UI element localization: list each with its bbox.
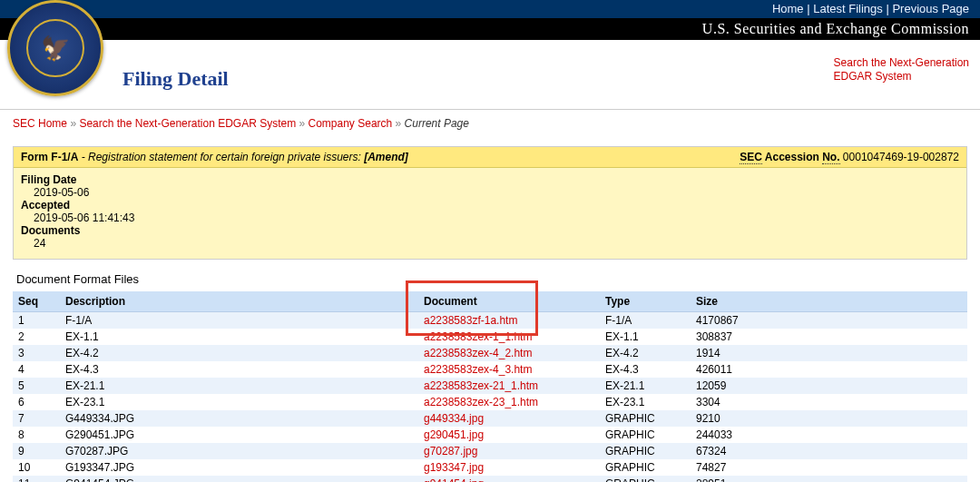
table-row: 3EX-4.2a2238583zex-4_2.htmEX-4.21914 <box>13 345 967 361</box>
cell-description: G193347.JPG <box>60 459 418 476</box>
cell-description: EX-4.3 <box>60 361 418 378</box>
cell-seq: 6 <box>13 394 60 410</box>
col-type: Type <box>600 291 691 312</box>
table-row: 10G193347.JPGg193347.jpgGRAPHIC74827 <box>13 459 967 476</box>
document-link[interactable]: a2238583zex-1_1.htm <box>424 330 532 343</box>
header: 🦅 Filing Detail Search the Next-Generati… <box>0 40 980 110</box>
cell-description: EX-4.2 <box>60 345 418 361</box>
document-link[interactable]: a2238583zex-4_3.htm <box>424 363 532 376</box>
cell-type: GRAPHIC <box>600 443 691 459</box>
crumb-current: Current Page <box>405 117 469 130</box>
sec-seal-icon: 🦅 <box>7 0 103 96</box>
filing-date-label: Filing Date <box>21 173 959 186</box>
nav-latest-filings[interactable]: Latest Filings <box>813 2 883 15</box>
cell-type: EX-21.1 <box>600 378 691 394</box>
cell-document: a2238583zf-1a.htm <box>418 312 600 330</box>
document-link[interactable]: g449334.jpg <box>424 412 484 425</box>
section-title: Document Format Files <box>16 272 967 286</box>
document-link[interactable]: a2238583zex-4_2.htm <box>424 347 532 359</box>
cell-size: 1914 <box>691 345 967 361</box>
cell-document: g70287.jpg <box>418 443 600 459</box>
table-row: 1F-1/Aa2238583zf-1a.htmF-1/A4170867 <box>13 312 967 330</box>
table-row: 6EX-23.1a2238583zex-23_1.htmEX-23.13304 <box>13 394 967 410</box>
filing-info-box: Form F-1/A - Registration statement for … <box>13 146 967 260</box>
cell-size: 28951 <box>691 476 967 482</box>
cell-size: 426011 <box>691 361 967 378</box>
cell-document: a2238583zex-23_1.htm <box>418 394 600 410</box>
breadcrumb: SEC Home » Search the Next-Generation ED… <box>0 110 980 137</box>
table-row: 9G70287.JPGg70287.jpgGRAPHIC67324 <box>13 443 967 459</box>
document-link[interactable]: g941454.jpg <box>424 477 484 482</box>
cell-size: 308837 <box>691 329 967 345</box>
cell-type: EX-1.1 <box>600 329 691 345</box>
cell-size: 4170867 <box>691 312 967 330</box>
cell-seq: 7 <box>13 410 60 427</box>
document-link[interactable]: a2238583zex-23_1.htm <box>424 396 538 408</box>
cell-size: 9210 <box>691 410 967 427</box>
cell-document: g941454.jpg <box>418 476 600 482</box>
crumb-company-search[interactable]: Company Search <box>309 117 393 130</box>
top-nav: Home | Latest Filings | Previous Page <box>0 0 980 18</box>
cell-type: F-1/A <box>600 312 691 330</box>
table-row: 8G290451.JPGg290451.jpgGRAPHIC244033 <box>13 427 967 443</box>
cell-size: 244033 <box>691 427 967 443</box>
cell-document: g449334.jpg <box>418 410 600 427</box>
document-link[interactable]: g193347.jpg <box>424 461 484 474</box>
filing-date-value: 2019-05-06 <box>21 186 959 199</box>
cell-description: F-1/A <box>60 312 418 330</box>
col-size: Size <box>691 291 967 312</box>
cell-description: EX-1.1 <box>60 329 418 345</box>
cell-description: G290451.JPG <box>60 427 418 443</box>
cell-type: GRAPHIC <box>600 476 691 482</box>
cell-seq: 11 <box>13 476 60 482</box>
cell-description: G941454.JPG <box>60 476 418 482</box>
cell-seq: 4 <box>13 361 60 378</box>
org-name-bar: U.S. Securities and Exchange Commission <box>0 18 980 40</box>
nav-home[interactable]: Home <box>772 2 804 15</box>
cell-seq: 5 <box>13 378 60 394</box>
document-link[interactable]: a2238583zex-21_1.htm <box>424 379 538 392</box>
cell-description: EX-23.1 <box>60 394 418 410</box>
cell-seq: 2 <box>13 329 60 345</box>
cell-description: G70287.JPG <box>60 443 418 459</box>
cell-type: EX-4.3 <box>600 361 691 378</box>
table-header-row: Seq Description Document Type Size <box>13 291 967 312</box>
form-description: Form F-1/A - Registration statement for … <box>21 151 408 163</box>
col-seq: Seq <box>13 291 60 312</box>
documents-label: Documents <box>21 224 959 237</box>
document-table-wrap: Seq Description Document Type Size 1F-1/… <box>13 291 967 482</box>
cell-size: 67324 <box>691 443 967 459</box>
accepted-value: 2019-05-06 11:41:43 <box>21 211 959 224</box>
table-row: 7G449334.JPGg449334.jpgGRAPHIC9210 <box>13 410 967 427</box>
col-description: Description <box>60 291 418 312</box>
document-link[interactable]: g70287.jpg <box>424 445 477 457</box>
cell-seq: 10 <box>13 459 60 476</box>
cell-description: G449334.JPG <box>60 410 418 427</box>
crumb-sec-home[interactable]: SEC Home <box>13 117 67 130</box>
table-row: 5EX-21.1a2238583zex-21_1.htmEX-21.112059 <box>13 378 967 394</box>
crumb-next-gen[interactable]: Search the Next-Generation EDGAR System <box>79 117 296 130</box>
cell-document: a2238583zex-4_3.htm <box>418 361 600 378</box>
documents-value: 24 <box>21 237 959 250</box>
cell-type: GRAPHIC <box>600 459 691 476</box>
page-title: Filing Detail <box>122 67 229 91</box>
table-row: 2EX-1.1a2238583zex-1_1.htmEX-1.1308837 <box>13 329 967 345</box>
cell-type: EX-4.2 <box>600 345 691 361</box>
cell-document: a2238583zex-1_1.htm <box>418 329 600 345</box>
document-link[interactable]: g290451.jpg <box>424 428 484 441</box>
table-row: 4EX-4.3a2238583zex-4_3.htmEX-4.3426011 <box>13 361 967 378</box>
nav-previous-page[interactable]: Previous Page <box>892 2 969 15</box>
search-next-gen-link[interactable]: Search the Next-GenerationEDGAR System <box>834 56 969 84</box>
cell-document: g290451.jpg <box>418 427 600 443</box>
cell-document: a2238583zex-21_1.htm <box>418 378 600 394</box>
cell-seq: 3 <box>13 345 60 361</box>
document-table: Seq Description Document Type Size 1F-1/… <box>13 291 967 482</box>
cell-type: GRAPHIC <box>600 410 691 427</box>
cell-size: 12059 <box>691 378 967 394</box>
cell-seq: 1 <box>13 312 60 330</box>
cell-seq: 9 <box>13 443 60 459</box>
table-row: 11G941454.JPGg941454.jpgGRAPHIC28951 <box>13 476 967 482</box>
cell-type: GRAPHIC <box>600 427 691 443</box>
document-link[interactable]: a2238583zf-1a.htm <box>424 314 517 327</box>
cell-size: 74827 <box>691 459 967 476</box>
